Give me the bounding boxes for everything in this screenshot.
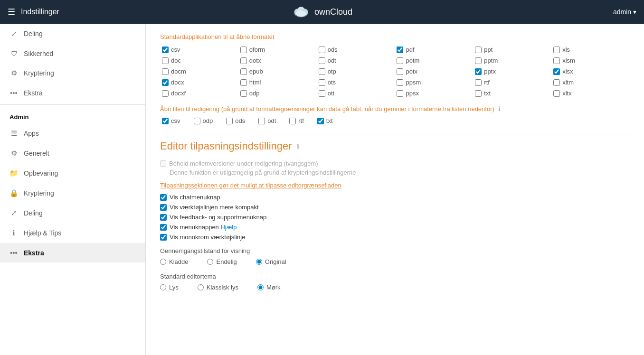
sidebar-item-label: Generelt [24,149,49,157]
main-content: Standardapplikationen til at åbne format… [146,24,644,355]
sidebar-item-deling-personal[interactable]: ⤢ Deling [0,24,145,44]
vis-feedback-row[interactable]: Vis feedback- og supportmenuknap [160,214,630,221]
menu-icon: ☰ [9,129,18,138]
shield-icon: 🛡 [9,49,18,57]
sidebar-item-apps[interactable]: ☰ Apps [0,123,145,143]
review-kladde[interactable]: Kladde [160,258,188,265]
checkbox-xlsx[interactable]: xlsx [551,67,630,76]
info-icon: ℹ [9,229,18,237]
review-mode-title: Gennemgangstilstand for visning [160,247,630,254]
checkbox-html[interactable]: html [238,78,317,87]
sidebar-item-deling-admin[interactable]: ⤢ Deling [0,203,145,223]
checkbox-txt2[interactable]: txt [473,89,551,98]
checkbox-dotx[interactable]: dotx [238,56,317,65]
theme-klassisk[interactable]: Klassisk lys [198,284,238,291]
checkbox-ott[interactable]: ott [317,89,395,98]
theme-lys[interactable]: Lys [160,284,179,291]
sidebar-item-kryptering-personal[interactable]: ⚙ Kryptering [0,63,145,83]
sidebar-item-ekstra-personal[interactable]: ••• Ekstra [0,83,145,103]
checkbox-potx[interactable]: potx [395,67,473,76]
vis-kompakt-row[interactable]: Vis værktøjslinjen mere kompakt [160,204,630,211]
gear-icon: ⚙ [9,149,18,158]
review-mode-section: Gennemgangstilstand for visning Kladde E… [160,247,630,265]
sidebar-item-label: Kryptering [24,189,54,197]
default-app-label: Standardapplikationen til at åbne format… [160,33,630,40]
sidebar-item-opbevaring[interactable]: 📁 Opbevaring [0,163,145,183]
edit-checkbox-csv[interactable]: csv [160,116,182,125]
review-mode-radio-row: Kladde Endelig Original [160,258,630,265]
editor-title: Editor tilpasningsindstillinger ℹ [160,140,630,152]
review-endelig[interactable]: Endelig [207,258,237,265]
review-original[interactable]: Original [256,258,286,265]
edit-checkbox-txt[interactable]: txt [315,116,335,125]
checkbox-doc[interactable]: doc [160,56,238,65]
disabled-text: Denne funktion er utilgængelig på grund … [170,169,630,176]
sidebar-item-hjaelp[interactable]: ℹ Hjælp & Tips [0,223,145,243]
brand-name: ownCloud [314,7,352,17]
vis-chat-row[interactable]: Vis chatmenuknap [160,194,630,201]
checkbox-rtf[interactable]: rtf [473,78,551,87]
sidebar-item-label: Apps [24,130,39,137]
checkbox-xltm[interactable]: xltm [551,78,630,87]
checkbox-csv[interactable]: csv [160,45,238,54]
checkbox-epub[interactable]: epub [238,67,317,76]
checkbox-otp[interactable]: otp [317,67,395,76]
checkbox-oform[interactable]: oform [238,45,317,54]
ellipsis-icon: ••• [9,89,18,97]
admin-section-title: Admin [0,107,145,123]
share-icon: ⤢ [9,29,18,38]
checkbox-potm[interactable]: potm [395,56,473,65]
sidebar-item-sikkerhed[interactable]: 🛡 Sikkerhed [0,44,145,63]
gear-icon: ⚙ [9,69,18,77]
checkbox-xls[interactable]: xls [551,45,630,54]
edit-checkbox-ods[interactable]: ods [224,116,247,125]
disabled-section: Behold mellemversioner under redigering … [160,160,630,176]
edit-checkbox-odp[interactable]: odp [192,116,215,125]
editor-info-icon[interactable]: ℹ [297,143,299,150]
sidebar-divider [0,104,145,105]
checkbox-ods[interactable]: ods [317,45,395,54]
checkbox-ppsm[interactable]: ppsm [395,78,473,87]
checkbox-ppsx[interactable]: ppsx [395,89,473,98]
folder-icon: 📁 [9,169,18,178]
edit-checkbox-odt[interactable]: odt [256,116,278,125]
divider [160,134,630,134]
sidebar-item-label: Opbevaring [24,169,58,177]
sidebar-item-label: Ekstra [24,249,44,257]
theme-mork[interactable]: Mørk [257,284,281,291]
editor-title-text: Editor tilpasningsindstillinger [160,140,292,152]
checkbox-docxf[interactable]: docxf [160,89,238,98]
editor-theme-title: Standard editortema [160,273,630,280]
checkbox-xltx[interactable]: xltx [551,89,630,98]
ellipsis-icon: ••• [9,249,18,257]
admin-menu[interactable]: admin ▾ [613,8,636,16]
customization-link[interactable]: Tilpasningssektionen gør det muligt at t… [160,182,630,189]
sidebar-item-generelt[interactable]: ⚙ Generelt [0,143,145,163]
checkbox-docm[interactable]: docm [160,67,238,76]
info-icon[interactable]: ℹ [498,105,501,112]
hamburger-icon[interactable]: ☰ [8,7,15,17]
svg-point-4 [296,10,306,17]
sidebar-item-label: Deling [24,209,43,217]
checkbox-xlsm[interactable]: xlsm [551,56,630,65]
checkbox-ppt[interactable]: ppt [473,45,551,54]
checkbox-pdf[interactable]: pdf [395,45,473,54]
top-nav: ☰ Indstillinger ownCloud admin ▾ [0,0,644,24]
keep-versions-label: Behold mellemversioner under redigering … [169,160,318,167]
checkbox-docx[interactable]: docx [160,78,238,87]
sidebar-item-label: Ekstra [24,89,43,97]
vis-mono-row[interactable]: Vis monokrom værktøjslinje [160,234,630,241]
cloud-logo-icon [292,5,311,19]
checkbox-pptm[interactable]: pptm [473,56,551,65]
share-icon: ⤢ [9,209,18,217]
keep-versions-checkbox-row[interactable]: Behold mellemversioner under redigering … [160,160,630,167]
checkbox-pptx[interactable]: pptx [473,67,551,76]
sidebar-item-kryptering-admin[interactable]: 🔒 Kryptering [0,183,145,203]
sidebar-item-ekstra-admin[interactable]: ••• Ekstra [0,243,145,262]
vis-hjaelp-row[interactable]: Vis menuknappen Hjælp [160,224,630,231]
checkbox-ots[interactable]: ots [317,78,395,87]
checkbox-odp[interactable]: odp [238,89,317,98]
edit-checkbox-rtf[interactable]: rtf [287,116,306,125]
edit-open-header: Åbn filen til redigering (på grund af fo… [160,105,630,112]
checkbox-odt[interactable]: odt [317,56,395,65]
